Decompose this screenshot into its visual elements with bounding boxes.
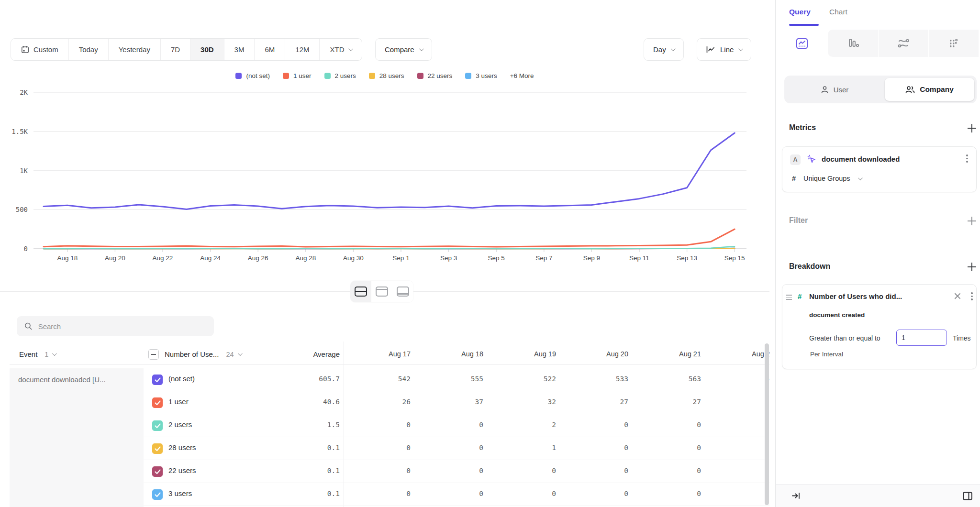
x-axis-label: Sep 11 — [629, 254, 649, 262]
panel-top-border — [776, 5, 980, 5]
range-button-custom[interactable]: Custom — [11, 39, 68, 60]
metric-badge: A — [790, 154, 801, 165]
table-row[interactable]: 2 users1.5002000 — [0, 414, 769, 437]
add-breakdown-button[interactable] — [967, 262, 977, 272]
chart-type-line-button[interactable] — [776, 30, 828, 57]
breakdown-event-name[interactable]: document created — [809, 311, 865, 319]
legend-item[interactable]: 28 users — [369, 72, 404, 79]
legend-label: 2 users — [335, 72, 356, 79]
layout-split-button[interactable] — [350, 281, 371, 302]
metric-card[interactable]: A document downloaded # Unique Groups — [782, 146, 977, 192]
range-label: 30D — [200, 45, 214, 54]
tab-chart[interactable]: Chart — [829, 8, 847, 16]
compare-button[interactable]: Compare — [375, 38, 432, 61]
row-value: 0 — [339, 467, 411, 474]
row-average: 1.5 — [268, 421, 340, 429]
row-checkbox[interactable] — [152, 466, 163, 477]
legend-more-button[interactable]: +6 More — [510, 72, 534, 79]
table-scrollbar[interactable] — [765, 343, 769, 505]
metric-menu-button[interactable] — [966, 154, 968, 163]
legend-item[interactable]: 1 user — [283, 72, 312, 79]
row-checkbox[interactable] — [152, 420, 163, 431]
x-axis-label: Aug 24 — [200, 254, 221, 262]
select-all-checkbox[interactable] — [148, 349, 159, 360]
range-button-12m[interactable]: 12M — [285, 39, 319, 60]
close-icon[interactable] — [954, 292, 961, 300]
y-axis-label: 2K — [20, 88, 28, 96]
row-value: 542 — [339, 375, 411, 383]
breakdown-section-title: Breakdown — [789, 262, 830, 271]
x-axis-label: Sep 7 — [535, 254, 552, 262]
chevron-down-icon — [738, 46, 743, 51]
layout-chart-top-button[interactable] — [371, 281, 392, 302]
search-bar[interactable] — [17, 316, 214, 336]
entity-user-option[interactable]: User — [784, 76, 885, 103]
range-button-yesterday[interactable]: Yesterday — [108, 39, 160, 60]
line-chart-box-icon — [796, 37, 808, 50]
event-column-dropdown[interactable]: Event 1 — [19, 350, 56, 358]
layout-table-bottom-button[interactable] — [392, 281, 413, 302]
check-icon — [155, 400, 161, 406]
series-line-(not set) — [44, 133, 735, 209]
x-axis-label: Aug 28 — [295, 254, 316, 262]
legend-label: 22 users — [428, 72, 453, 79]
add-filter-button[interactable] — [967, 216, 977, 226]
check-icon — [155, 492, 161, 497]
table-row[interactable]: (not set)605.754255552253356353 — [0, 368, 769, 391]
group-column-dropdown[interactable]: Number of Use... 24 — [165, 350, 241, 358]
breakdown-card[interactable]: # Number of Users who did... document cr… — [782, 284, 977, 369]
legend-label: 1 user — [293, 72, 312, 79]
row-label: 1 user — [168, 397, 189, 406]
legend-swatch — [324, 73, 331, 79]
search-input[interactable] — [38, 322, 206, 331]
chart-type-grid-button[interactable] — [928, 30, 979, 57]
y-axis-label: 0 — [24, 245, 28, 253]
legend-item[interactable]: 2 users — [324, 72, 356, 79]
interval-dropdown[interactable]: Day — [644, 38, 684, 61]
event-count: 1 — [45, 351, 48, 358]
collapse-panel-icon[interactable] — [791, 491, 801, 500]
breakdown-condition-label[interactable]: Greater than or equal to — [809, 334, 880, 342]
row-checkbox[interactable] — [152, 375, 163, 385]
side-panel-icon[interactable] — [962, 491, 973, 501]
chart-type-flow-button[interactable] — [878, 30, 928, 57]
table-row[interactable]: 28 users0.1001000 — [0, 437, 769, 460]
header-border — [10, 364, 769, 365]
row-divider — [144, 506, 769, 506]
legend-item[interactable]: (not set) — [235, 72, 270, 79]
range-button-6m[interactable]: 6M — [254, 39, 285, 60]
table-row[interactable]: 3 users0.1000000 — [0, 483, 769, 506]
table-row[interactable]: 22 users0.1000000 — [0, 460, 769, 483]
range-button-30d[interactable]: 30D — [190, 39, 224, 60]
range-button-xtd[interactable]: XTD — [319, 39, 362, 60]
range-button-today[interactable]: Today — [68, 39, 108, 60]
measure-label: Unique Groups — [803, 175, 850, 182]
legend-label: (not set) — [246, 72, 270, 79]
y-axis-label: 500 — [16, 206, 28, 213]
row-value: 0 — [557, 467, 628, 474]
chart-type-bar-button[interactable] — [828, 30, 878, 57]
breakdown-title: Number of Users who did... — [809, 292, 902, 300]
metric-event-name: document downloaded — [822, 155, 900, 163]
metric-measure-dropdown[interactable]: # Unique Groups — [792, 175, 861, 182]
y-axis-label: 1.5K — [11, 128, 28, 135]
add-metric-button[interactable] — [967, 123, 977, 133]
chevron-down-icon — [858, 176, 863, 180]
legend-item[interactable]: 22 users — [417, 72, 453, 79]
drag-handle-icon[interactable] — [786, 295, 792, 301]
breakdown-menu-button[interactable] — [971, 292, 973, 301]
range-button-7d[interactable]: 7D — [160, 39, 190, 60]
row-value: 533 — [557, 375, 628, 383]
range-button-3m[interactable]: 3M — [224, 39, 255, 60]
breakdown-value-input[interactable] — [896, 330, 947, 346]
legend-item[interactable]: 3 users — [465, 72, 497, 79]
row-checkbox[interactable] — [152, 397, 163, 408]
table-row[interactable]: 1 user40.626373227272 — [0, 391, 769, 414]
row-checkbox[interactable] — [152, 443, 163, 454]
chart-type-dropdown[interactable]: Line — [697, 38, 751, 61]
breakdown-per-interval[interactable]: Per Interval — [810, 351, 843, 358]
entity-company-option[interactable]: Company — [885, 78, 974, 101]
row-value: 26 — [339, 398, 411, 406]
tab-query[interactable]: Query — [789, 8, 811, 16]
row-checkbox[interactable] — [152, 489, 163, 500]
